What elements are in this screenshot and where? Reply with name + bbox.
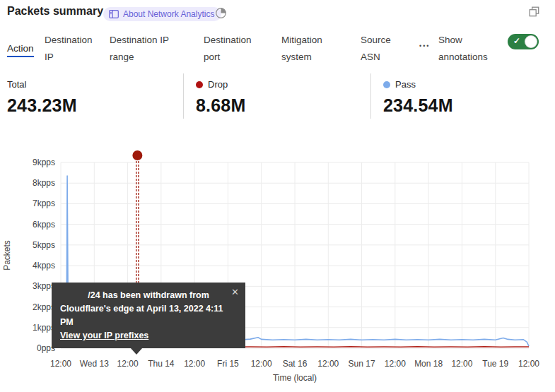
book-icon — [109, 10, 119, 18]
y-tick-label: 4kpps — [33, 261, 55, 271]
tab-destination-port[interactable]: Destination port — [204, 32, 259, 66]
y-tick-label: 9kpps — [33, 158, 55, 167]
tab-source-asn[interactable]: Source ASN — [361, 32, 396, 66]
tab-destination-ip[interactable]: Destination IP — [45, 32, 98, 66]
stat-total-label: Total — [7, 79, 77, 90]
x-tick-label: Sat 16 — [283, 359, 308, 369]
data-freshness-icon[interactable] — [215, 7, 227, 22]
toggle-knob — [525, 35, 537, 48]
packets-chart: 9kpps8kpps7kpps6kpps5kpps4kpps3kpps2kpps… — [0, 145, 555, 392]
stat-total-value: 243.23M — [7, 95, 77, 116]
x-tick-label: Thu 14 — [148, 359, 175, 369]
tab-action[interactable]: Action — [7, 40, 34, 57]
stat-divider — [183, 73, 184, 119]
x-tick-label: 12:00 — [317, 359, 339, 369]
about-badge-label: About Network Analytics — [123, 9, 214, 19]
tooltip-line2: Cloudflare's edge at April 13, 2022 4:11… — [60, 302, 237, 329]
x-axis-title: Time (local) — [273, 373, 317, 383]
annotation-tooltip: /24 has been withdrawn from Cloudflare's… — [52, 283, 245, 348]
x-tick-label: 12:00 — [251, 359, 272, 369]
x-tick-label: 12:00 — [117, 359, 139, 369]
drop-legend-dot — [196, 81, 203, 88]
y-tick-label: 7kpps — [33, 198, 55, 208]
x-tick-label: 12:00 — [451, 359, 472, 369]
stat-pass-value: 234.54M — [383, 95, 453, 116]
stat-divider — [370, 73, 371, 119]
stat-drop-value: 8.68M — [196, 95, 245, 116]
y-tick-label: 8kpps — [33, 178, 55, 188]
x-tick-label: Sun 17 — [349, 359, 375, 369]
stat-total: Total 243.23M — [7, 79, 77, 116]
expand-panel-icon[interactable] — [529, 6, 539, 20]
show-annotations-toggle[interactable]: ✓ — [508, 34, 539, 49]
y-axis-title: Packets — [2, 240, 12, 271]
x-tick-label: Wed 13 — [80, 359, 109, 369]
show-annotations-label: Show annotations — [438, 32, 498, 66]
stat-drop-label: Drop — [196, 79, 245, 90]
pass-legend-dot — [383, 81, 390, 88]
more-tabs-icon[interactable]: ••• — [419, 42, 430, 49]
stat-drop: Drop 8.68M — [196, 79, 245, 116]
tab-destination-ip-range[interactable]: Destination IP range — [110, 32, 176, 66]
packets-summary-panel: Packets summary About Network Analytics … — [0, 0, 555, 392]
y-tick-label: 6kpps — [33, 220, 55, 230]
close-icon[interactable]: ✕ — [231, 285, 239, 299]
check-icon: ✓ — [513, 36, 520, 46]
tooltip-caret — [130, 348, 143, 355]
y-tick-label: 5kpps — [33, 240, 55, 250]
x-tick-label: 12:00 — [50, 359, 71, 369]
x-tick-label: 12:00 — [385, 359, 406, 369]
x-tick-label: Fri 15 — [217, 359, 239, 369]
about-network-analytics-badge[interactable]: About Network Analytics — [103, 7, 221, 21]
x-tick-label: 12:00 — [518, 359, 539, 369]
view-ip-prefixes-link[interactable]: View your IP prefixes — [60, 331, 148, 340]
x-tick-label: Mon 18 — [414, 359, 443, 369]
x-tick-label: 12:00 — [184, 359, 205, 369]
stat-pass: Pass 234.54M — [383, 79, 453, 116]
x-tick-label: Tue 19 — [482, 359, 508, 369]
page-title: Packets summary — [7, 5, 103, 18]
stat-pass-label: Pass — [383, 79, 453, 90]
annotation-marker[interactable] — [132, 150, 142, 160]
tooltip-line1: /24 has been withdrawn from — [60, 289, 237, 302]
tab-mitigation-system[interactable]: Mitigation system — [281, 32, 329, 66]
